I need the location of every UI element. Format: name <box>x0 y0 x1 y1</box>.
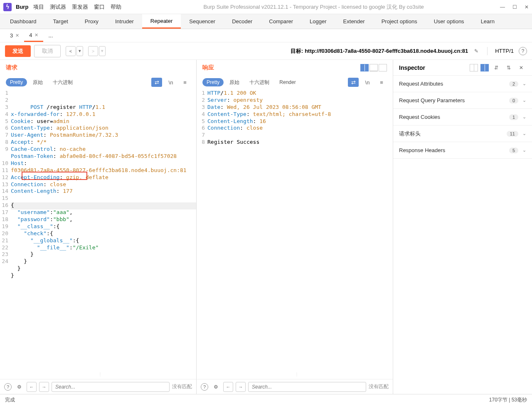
help-icon[interactable]: ? <box>4 383 12 391</box>
tab-comparer[interactable]: Comparer <box>261 14 301 29</box>
menu-window[interactable]: 窗口 <box>94 3 105 11</box>
chevron-down-icon: ⌄ <box>522 148 526 153</box>
tab-intruder[interactable]: Intruder <box>107 14 142 29</box>
cancel-button[interactable]: 取消 <box>34 45 61 57</box>
close-tab-icon[interactable]: ✕ <box>15 33 19 38</box>
tab-learn[interactable]: Learn <box>473 14 503 29</box>
menu-project[interactable]: 项目 <box>33 3 44 11</box>
layout-split-vertical[interactable] <box>360 64 369 71</box>
inspector-response-headers[interactable]: Response Headers 5 ⌄ <box>393 142 532 159</box>
response-title: 响应 <box>202 64 214 71</box>
close-icon[interactable]: ✕ <box>525 4 529 10</box>
collapse-all-icon[interactable]: ⇅ <box>504 63 514 73</box>
history-forward-menu[interactable]: ▾ <box>99 46 106 56</box>
resize-handle-icon[interactable]: ⋮ <box>98 372 102 377</box>
tab-extender[interactable]: Extender <box>335 14 373 29</box>
no-match-label: 没有匹配 <box>172 383 192 390</box>
maximize-icon[interactable]: ☐ <box>512 4 517 10</box>
response-panel: 响应 Pretty 原始 十六进制 Render ⇄ \n ≡ 12345678… <box>197 60 393 394</box>
inspector-request-attributes[interactable]: Request Attributes 2 ⌄ <box>393 76 532 92</box>
titlebar: ϟ Burp 项目 测试器 重发器 窗口 帮助 Burp Suite Profe… <box>0 0 532 14</box>
tab-sequencer[interactable]: Sequencer <box>181 14 224 29</box>
request-search-input[interactable] <box>52 382 170 392</box>
gear-icon[interactable]: ⚙ <box>14 382 24 392</box>
window-title: Burp Suite Professional v2021.12.1 - Tem… <box>127 3 500 11</box>
layout-combined[interactable] <box>379 64 387 71</box>
show-nonprintable-icon[interactable]: \n <box>362 78 373 87</box>
tab-decoder[interactable]: Decoder <box>224 14 261 29</box>
no-match-label: 没有匹配 <box>369 383 389 390</box>
chevron-down-icon: ⌄ <box>522 131 526 136</box>
inspector-request-headers[interactable]: 请求标头 11 ⌄ <box>393 126 532 142</box>
tab-proxy[interactable]: Proxy <box>76 14 107 29</box>
app-logo-icon: ϟ <box>3 3 12 11</box>
expand-all-icon[interactable]: ⇵ <box>491 63 501 73</box>
sub-tab-3[interactable]: 3✕ <box>5 29 24 42</box>
edit-target-icon[interactable]: ✎ <box>471 46 481 56</box>
request-format-pretty[interactable]: Pretty <box>6 78 27 86</box>
inspector-title: Inspector <box>399 64 425 71</box>
history-back-menu[interactable]: ▾ <box>76 46 83 56</box>
search-next-button[interactable]: → <box>236 382 246 392</box>
chevron-down-icon: ⌄ <box>522 114 526 120</box>
menu-help[interactable]: 帮助 <box>111 3 121 11</box>
status-bar: 完成 170字节 | 53毫秒 <box>0 394 532 406</box>
repeater-sub-tabs: 3✕ 4✕ ... <box>0 29 532 42</box>
inspector-panel: Inspector ⇵ ⇅ ✕ Request Attributes 2 ⌄ R… <box>393 60 532 394</box>
response-search-input[interactable] <box>248 382 366 392</box>
hamburger-menu-icon[interactable]: ≡ <box>376 78 387 87</box>
response-format-pretty[interactable]: Pretty <box>202 78 224 86</box>
sub-tab-new[interactable]: ... <box>43 29 58 42</box>
app-name: Burp <box>16 4 28 10</box>
response-format-raw[interactable]: 原始 <box>225 78 244 87</box>
request-editor[interactable]: 123456789101112131415161718192021222324 … <box>0 89 196 379</box>
send-button[interactable]: 发送 <box>5 45 31 57</box>
request-title: 请求 <box>6 64 17 71</box>
close-inspector-icon[interactable]: ✕ <box>516 63 526 73</box>
action-bar: 发送 取消 < ▾ > ▾ 目标: http://f0306d81-7a8a-4… <box>0 42 532 60</box>
search-prev-button[interactable]: ← <box>223 382 233 392</box>
show-nonprintable-icon[interactable]: \n <box>165 78 176 87</box>
sub-tab-4[interactable]: 4✕ <box>24 29 43 42</box>
status-right: 170字节 | 53毫秒 <box>489 396 527 404</box>
help-icon[interactable]: ? <box>201 383 208 391</box>
request-format-raw[interactable]: 原始 <box>29 78 47 87</box>
inspector-request-cookies[interactable]: Request Cookies 1 ⌄ <box>393 109 532 126</box>
inspector-layout-2[interactable] <box>480 64 489 71</box>
response-viewer[interactable]: 12345678 HTTP/1.1 200 OKServer: openrest… <box>197 89 393 379</box>
tab-project-options[interactable]: Project options <box>373 14 426 29</box>
menu-repeater[interactable]: 重发器 <box>72 3 88 11</box>
response-format-hex[interactable]: 十六进制 <box>245 78 273 87</box>
tab-target[interactable]: Target <box>45 14 76 29</box>
http-version[interactable]: HTTP/1 <box>495 48 514 54</box>
inspector-query-params[interactable]: Request Query Parameters 0 ⌄ <box>393 92 532 109</box>
tab-repeater[interactable]: Repeater <box>142 14 181 29</box>
close-tab-icon[interactable]: ✕ <box>34 32 38 38</box>
tab-dashboard[interactable]: Dashboard <box>2 14 45 29</box>
menu-tester[interactable]: 测试器 <box>50 3 66 11</box>
status-left: 完成 <box>5 396 15 404</box>
resize-handle-icon[interactable]: ⋮ <box>295 372 299 377</box>
tab-logger[interactable]: Logger <box>301 14 335 29</box>
response-format-render[interactable]: Render <box>275 78 300 86</box>
gear-icon[interactable]: ⚙ <box>211 382 221 392</box>
search-next-button[interactable]: → <box>39 382 49 392</box>
hamburger-menu-icon[interactable]: ≡ <box>180 78 190 87</box>
chevron-down-icon: ⌄ <box>522 98 526 103</box>
request-format-hex[interactable]: 十六进制 <box>49 78 77 87</box>
tab-user-options[interactable]: User options <box>426 14 473 29</box>
target-display: 目标: http://f0306d81-7a8a-4550-8027-6efff… <box>291 47 468 55</box>
minimize-icon[interactable]: — <box>500 4 505 10</box>
help-icon[interactable]: ? <box>519 47 527 55</box>
chevron-down-icon: ⌄ <box>522 81 526 86</box>
toggle-wrap-icon[interactable]: ⇄ <box>348 78 359 87</box>
layout-toggle <box>360 64 387 71</box>
history-forward-button[interactable]: > <box>88 46 98 56</box>
toggle-wrap-icon[interactable]: ⇄ <box>151 78 162 87</box>
search-prev-button[interactable]: ← <box>27 382 37 392</box>
request-panel: 请求 Pretty 原始 十六进制 ⇄ \n ≡ 123456789101112… <box>0 60 197 394</box>
main-tab-bar: Dashboard Target Proxy Intruder Repeater… <box>0 14 532 29</box>
layout-split-horizontal[interactable] <box>369 64 378 71</box>
inspector-layout-1[interactable] <box>470 64 478 71</box>
history-back-button[interactable]: < <box>66 46 76 56</box>
